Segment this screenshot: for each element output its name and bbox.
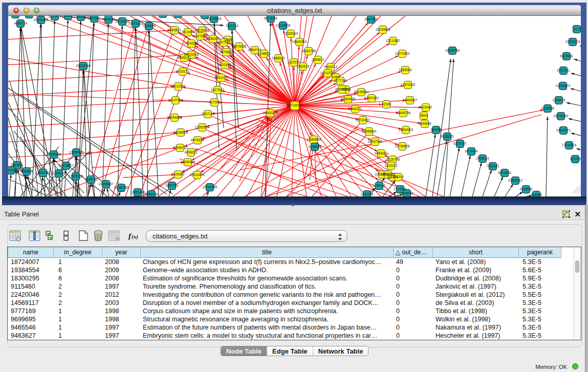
svg-text:1145194: 1145194: [53, 171, 66, 175]
svg-text:9327505: 9327505: [217, 40, 230, 44]
svg-text:15720407: 15720407: [356, 118, 371, 122]
svg-text:16961758: 16961758: [301, 49, 316, 53]
svg-text:16543362: 16543362: [184, 41, 199, 45]
svg-text:10688609: 10688609: [362, 129, 377, 133]
svg-text:9146821: 9146821: [257, 52, 271, 55]
svg-text:1196141: 1196141: [373, 184, 386, 187]
svg-text:16648784: 16648784: [445, 49, 460, 52]
svg-text:12213967: 12213967: [386, 39, 401, 42]
svg-text:16154808: 16154808: [376, 28, 390, 31]
svg-text:10107553: 10107553: [168, 98, 183, 102]
svg-text:16782759: 16782759: [114, 186, 129, 189]
svg-text:1795722: 1795722: [84, 178, 98, 181]
svg-text:93975867: 93975867: [59, 164, 74, 167]
svg-text:12213369: 12213369: [171, 84, 186, 88]
svg-text:12353594: 12353594: [195, 125, 210, 129]
svg-text:8938923: 8938923: [441, 135, 454, 138]
svg-text:19654923: 19654923: [399, 128, 413, 132]
svg-text:9896172: 9896172: [178, 56, 191, 59]
svg-text:9777169: 9777169: [334, 79, 347, 82]
svg-text:4844: 4844: [420, 114, 428, 117]
svg-text:16671313: 16671313: [128, 21, 143, 25]
svg-text:7632621: 7632621: [486, 164, 499, 168]
svg-text:8186328: 8186328: [206, 37, 220, 40]
svg-text:29676068: 29676068: [232, 45, 247, 48]
svg-text:17359926: 17359926: [69, 150, 84, 154]
svg-text:20691406: 20691406: [34, 18, 49, 21]
svg-text:9329966: 9329966: [560, 54, 573, 58]
svg-text:(x): (x): [132, 233, 138, 240]
svg-text:20364436: 20364436: [341, 97, 356, 101]
svg-text:924505: 924505: [531, 193, 542, 196]
svg-text:19054935: 19054935: [167, 116, 182, 119]
svg-text:15751074: 15751074: [565, 40, 580, 43]
svg-text:3350831: 3350831: [10, 163, 24, 167]
svg-text:9245052: 9245052: [400, 191, 413, 195]
svg-text:19463627: 19463627: [403, 98, 418, 102]
svg-text:2087682: 2087682: [364, 17, 378, 21]
svg-text:17016504: 17016504: [562, 143, 577, 147]
svg-text:9699695: 9699695: [418, 122, 431, 125]
svg-text:7515526: 7515526: [142, 24, 156, 28]
svg-text:8454749: 8454749: [248, 48, 262, 52]
svg-text:4055724: 4055724: [14, 21, 27, 25]
svg-text:116753: 116753: [570, 157, 581, 161]
svg-text:8813054: 8813054: [264, 16, 277, 20]
svg-text:10958187: 10958187: [99, 182, 114, 186]
svg-text:417006: 417006: [209, 100, 220, 104]
svg-text:10854112: 10854112: [508, 179, 523, 182]
svg-text:2718170: 2718170: [176, 70, 189, 73]
svg-text:252214: 252214: [393, 175, 404, 179]
svg-text:9427552: 9427552: [211, 88, 224, 92]
svg-text:18907249: 18907249: [368, 140, 383, 143]
svg-text:1117: 1117: [573, 27, 580, 31]
svg-text:1713426: 1713426: [394, 187, 407, 191]
svg-text:1322037: 1322037: [287, 60, 300, 64]
svg-text:8471626: 8471626: [498, 171, 511, 174]
svg-text:16210722: 16210722: [320, 71, 335, 75]
svg-text:16120746: 16120746: [385, 158, 400, 161]
svg-text:23226058: 23226058: [195, 29, 210, 32]
svg-text:8461640: 8461640: [102, 17, 115, 21]
svg-text:12505135: 12505135: [69, 174, 83, 178]
svg-text:1938455: 1938455: [308, 145, 321, 148]
svg-text:2866372: 2866372: [349, 107, 362, 111]
svg-text:9227341: 9227341: [557, 69, 570, 72]
svg-text:3215958: 3215958: [541, 106, 554, 110]
svg-text:10046715: 10046715: [173, 146, 188, 149]
svg-text:1615132: 1615132: [384, 164, 398, 167]
svg-text:164095: 164095: [430, 128, 442, 132]
svg-text:12975115: 12975115: [401, 83, 416, 86]
svg-text:9904413: 9904413: [324, 65, 337, 69]
svg-text:8031414: 8031414: [214, 76, 228, 79]
svg-text:19218506: 19218506: [276, 24, 291, 27]
svg-text:12093872: 12093872: [556, 84, 571, 87]
svg-text:31057: 31057: [200, 16, 209, 16]
svg-text:9242848: 9242848: [218, 63, 231, 67]
svg-text:3267110: 3267110: [202, 112, 214, 116]
svg-text:39159: 39159: [8, 168, 16, 172]
svg-text:7663822: 7663822: [168, 28, 181, 32]
svg-text:30245534: 30245534: [354, 90, 369, 94]
svg-text:1292144: 1292144: [145, 192, 158, 196]
svg-text:18640910: 18640910: [292, 40, 307, 43]
svg-text:7955812: 7955812: [311, 58, 324, 61]
svg-text:3372914: 3372914: [48, 16, 61, 18]
svg-text:12942737: 12942737: [36, 171, 51, 174]
svg-text:16210043: 16210043: [554, 114, 569, 118]
svg-text:1244415: 1244415: [552, 98, 565, 102]
svg-text:1156828: 1156828: [20, 169, 33, 173]
svg-text:2935114: 2935114: [476, 157, 489, 160]
svg-text:9084067: 9084067: [375, 151, 388, 155]
svg-text:15716485: 15716485: [203, 185, 217, 189]
svg-text:20206568: 20206568: [47, 152, 61, 156]
svg-text:13325419: 13325419: [284, 32, 298, 35]
svg-text:15692971: 15692971: [556, 128, 571, 132]
svg-text:19756928: 19756928: [395, 144, 410, 148]
svg-text:18724007: 18724007: [288, 103, 302, 107]
svg-text:10719135: 10719135: [115, 19, 130, 23]
svg-text:7485063: 7485063: [399, 68, 412, 72]
svg-text:9474444: 9474444: [465, 149, 478, 153]
svg-text:10807487: 10807487: [364, 96, 379, 100]
svg-text:15900273: 15900273: [263, 111, 278, 115]
